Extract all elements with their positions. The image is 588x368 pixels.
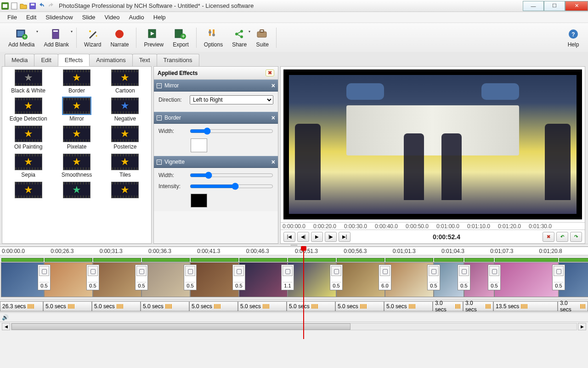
audio-block[interactable]: 3.0 secs (558, 301, 588, 311)
tab-edit[interactable]: Edit (34, 54, 58, 66)
timeline-clip[interactable] (385, 262, 434, 297)
options-button[interactable]: Options (199, 26, 227, 50)
add-media-button[interactable]: ▾+Add Media (4, 26, 39, 50)
scroll-left-button[interactable]: ◀ (2, 323, 10, 330)
effect-item-black-white[interactable]: ★Black & White (4, 69, 52, 94)
audio-block[interactable]: 5.0 secs (287, 301, 335, 311)
effect-item-tiles[interactable]: ★Tiles (101, 154, 149, 178)
border-color-swatch[interactable] (191, 138, 207, 152)
preview-loop-b-button[interactable]: ↷ (570, 232, 582, 242)
goto-start-button[interactable]: |◀ (283, 232, 295, 242)
transition-marker[interactable]: ▢1.1 (281, 264, 294, 290)
audio-block[interactable]: 5.0 secs (384, 301, 433, 311)
playhead[interactable] (303, 247, 304, 339)
goto-end-button[interactable]: ▶| (339, 232, 351, 242)
narration-track[interactable]: 🔊 (0, 312, 588, 322)
new-icon[interactable] (10, 2, 18, 10)
timeline-scrollbar[interactable]: ◀ ▶ (0, 322, 588, 331)
scroll-right-button[interactable]: ▶ (578, 323, 586, 330)
timeline-clip[interactable] (336, 262, 385, 297)
menu-video[interactable]: Video (100, 12, 124, 22)
remove-border-icon[interactable]: × (271, 114, 275, 121)
vignette-color-swatch[interactable] (191, 194, 207, 207)
effect-item-pixelate[interactable]: ★Pixelate (52, 126, 101, 150)
save-icon[interactable] (28, 2, 37, 10)
timeline-clip[interactable] (288, 262, 336, 297)
audio-block[interactable]: 26.3 secs (0, 301, 43, 311)
remove-vignette-icon[interactable]: × (271, 158, 275, 166)
timeline-clip[interactable] (141, 262, 190, 297)
menu-audio[interactable]: Audio (124, 12, 149, 22)
effect-item-posterize[interactable]: ★Posterize (101, 126, 149, 150)
audio-block[interactable]: 5.0 secs (335, 301, 384, 311)
audio-block[interactable]: 5.0 secs (92, 301, 141, 311)
transition-marker[interactable]: ▢0.5 (458, 264, 470, 290)
narrate-button[interactable]: Narrate (106, 26, 133, 50)
scroll-thumb[interactable] (11, 323, 351, 330)
effect-item-oil-painting[interactable]: ★Oil Painting (4, 126, 52, 150)
effect-item-cartoon[interactable]: ★Cartoon (101, 69, 149, 94)
prev-frame-button[interactable]: ◀| (297, 232, 309, 242)
transition-marker[interactable]: ▢0.5 (330, 264, 343, 290)
tab-media[interactable]: Media (5, 54, 34, 66)
timeline-clip[interactable] (494, 262, 559, 297)
export-button[interactable]: +Export (168, 26, 193, 50)
timeline-clip[interactable] (190, 262, 239, 297)
menu-slide[interactable]: Slide (78, 12, 100, 22)
audio-block[interactable]: 3.0 secs (463, 301, 493, 311)
section-border-header[interactable]: −Border× (154, 112, 278, 124)
timeline-clip[interactable] (93, 262, 141, 297)
help-button[interactable]: ?Help (562, 26, 584, 50)
maximize-button[interactable]: ☐ (544, 1, 565, 11)
next-frame-button[interactable]: |▶ (325, 232, 337, 242)
tab-animations[interactable]: Animations (89, 54, 132, 66)
transition-marker[interactable]: ▢0.5 (552, 264, 565, 290)
effect-item-more[interactable]: ★ (52, 182, 101, 198)
mirror-direction-select[interactable]: Left to Right (190, 95, 273, 104)
effect-item-sepia[interactable]: ★Sepia (4, 154, 52, 178)
menu-edit[interactable]: Edit (22, 12, 41, 22)
transition-marker[interactable]: ▢0.5 (427, 264, 440, 290)
audio-block[interactable]: 5.0 secs (141, 301, 189, 311)
tab-text[interactable]: Text (132, 54, 157, 66)
preview-loop-a-button[interactable]: ↶ (556, 232, 568, 242)
transition-marker[interactable]: ▢0.5 (135, 264, 148, 290)
audio-block[interactable]: 5.0 secs (238, 301, 287, 311)
timeline-clip[interactable] (239, 262, 288, 297)
menu-help[interactable]: Help (149, 12, 170, 22)
effect-item-more[interactable]: ★ (101, 182, 149, 198)
undo-icon[interactable] (38, 2, 46, 10)
menu-file[interactable]: File (3, 12, 22, 22)
menu-slideshow[interactable]: Slideshow (41, 12, 77, 22)
timeline-clip[interactable] (44, 262, 93, 297)
add-blank-button[interactable]: ▾Add Blank (39, 26, 74, 50)
wizard-button[interactable]: Wizard (79, 26, 106, 50)
suite-button[interactable]: Suite (251, 26, 273, 50)
share-button[interactable]: ▾Share (227, 26, 251, 50)
effect-item-border[interactable]: ★Border (52, 69, 101, 94)
transition-marker[interactable]: ▢0.5 (184, 264, 197, 290)
open-icon[interactable] (19, 2, 28, 10)
vignette-width-slider[interactable] (190, 172, 273, 179)
remove-mirror-icon[interactable]: × (271, 82, 275, 89)
close-button[interactable]: ✕ (565, 1, 588, 11)
effect-item-negative[interactable]: ★Negative (101, 98, 149, 122)
transition-marker[interactable]: ▢0.5 (488, 264, 501, 290)
play-button[interactable]: ▶ (311, 232, 323, 242)
transition-marker[interactable]: ▢0.5 (232, 264, 245, 290)
applied-close-icon[interactable]: ✖ (266, 69, 274, 76)
audio-block[interactable]: 13.5 secs (493, 301, 558, 311)
audio-block[interactable]: 3.0 secs (433, 301, 463, 311)
preview-delete-button[interactable]: ✖ (543, 232, 554, 242)
audio-track[interactable]: 26.3 secs5.0 secs5.0 secs5.0 secs5.0 sec… (0, 299, 588, 312)
minimize-button[interactable]: — (523, 1, 544, 11)
effect-item-mirror[interactable]: ★Mirror (52, 98, 101, 122)
vignette-intensity-slider[interactable] (190, 183, 273, 190)
tab-effects[interactable]: Effects (58, 54, 90, 66)
effect-item-edge-detection[interactable]: ★Edge Detection (4, 98, 52, 122)
transition-marker[interactable]: ▢6.0 (379, 264, 391, 290)
transition-marker[interactable]: ▢0.5 (86, 264, 99, 290)
tab-transitions[interactable]: Transitions (157, 54, 199, 66)
preview-button[interactable]: Preview (139, 26, 168, 50)
border-width-slider[interactable] (190, 127, 273, 135)
